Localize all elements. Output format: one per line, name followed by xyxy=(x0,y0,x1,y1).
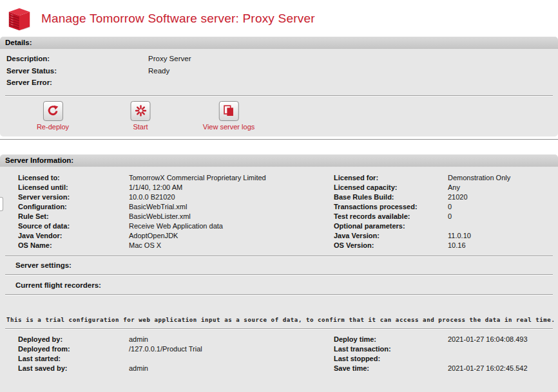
source-of-data-label: Source of data: xyxy=(18,221,129,231)
os-version-label: OS Version: xyxy=(334,241,448,250)
base-rules-build-label: Base Rules Build: xyxy=(334,192,448,202)
server-information-section: Server Information: Licensed to: Tomorro… xyxy=(0,154,558,392)
start-label[interactable]: Start xyxy=(131,123,151,131)
deployment-grid: Deployed by: admin Deploy time: 2021-01-… xyxy=(0,330,558,373)
start-button[interactable] xyxy=(131,101,151,121)
view-server-logs-icon xyxy=(223,105,235,117)
server-error-label: Server Error: xyxy=(6,78,148,90)
details-toolbar: Re-deploy xyxy=(0,97,558,136)
server-status-label: Server Status: xyxy=(6,66,148,79)
last-saved-by-value: admin xyxy=(129,364,334,373)
server-status-row: Server Status: Ready xyxy=(6,66,558,79)
licensed-capacity-label: Licensed capacity: xyxy=(334,183,448,192)
optional-parameters-label: Optional parameters: xyxy=(334,221,448,231)
server-info-grid: Licensed to: TomorrowX Commercial Propri… xyxy=(0,167,558,250)
server-error-value xyxy=(148,78,558,90)
server-information-header: Server Information: xyxy=(0,154,558,167)
licensed-to-value: TomorrowX Commercial Proprietary Limited xyxy=(129,173,334,183)
rule-set-value: BasicWebLister.xml xyxy=(129,212,334,221)
last-started-label: Last started: xyxy=(18,354,129,364)
redeploy-button[interactable] xyxy=(43,101,63,121)
server-stack-icon xyxy=(6,5,33,33)
java-version-label: Java Version: xyxy=(334,231,448,241)
configuration-value: BasicWebTrial.xml xyxy=(129,202,334,212)
last-stopped-label: Last stopped: xyxy=(334,354,448,364)
start-action[interactable]: Start xyxy=(131,101,151,131)
java-version-value: 11.0.10 xyxy=(448,231,558,241)
save-time-value: 2021-01-27 16:02:45.542 xyxy=(448,364,558,373)
server-settings-divider xyxy=(5,274,553,275)
server-version-value: 10.0.0 B21020 xyxy=(129,192,334,202)
view-server-logs-label[interactable]: View server logs xyxy=(203,123,255,131)
start-icon xyxy=(135,105,146,117)
transactions-processed-value: 0 xyxy=(448,202,558,212)
last-saved-by-label: Last saved by: xyxy=(18,364,129,373)
test-records-available-value: 0 xyxy=(448,212,558,221)
deployed-from-label: Deployed from: xyxy=(18,344,129,354)
licensed-for-value: Demonstration Only xyxy=(448,173,558,183)
save-time-label: Save time: xyxy=(334,364,448,373)
deployed-by-label: Deployed by: xyxy=(18,335,129,344)
java-vendor-label: Java Vendor: xyxy=(18,231,129,241)
details-rows: Description: Proxy Server Server Status:… xyxy=(0,49,558,90)
description-label: Description: xyxy=(6,54,148,66)
last-transaction-label: Last transaction: xyxy=(334,344,448,354)
redeploy-icon xyxy=(47,105,59,117)
deploy-time-label: Deploy time: xyxy=(334,335,448,344)
flight-recorders-heading: Current flight recorders: xyxy=(0,281,558,289)
server-version-label: Server version: xyxy=(18,192,129,202)
base-rules-build-value: 21020 xyxy=(448,192,558,202)
view-server-logs-button[interactable] xyxy=(219,101,239,121)
deploy-time-value: 2021-01-27 16:04:08.493 xyxy=(448,335,558,344)
transactions-processed-label: Transactions processed: xyxy=(334,202,448,212)
java-vendor-value: AdoptOpenJDK xyxy=(129,231,334,241)
server-status-value: Ready xyxy=(148,66,558,79)
test-records-available-label: Test records available: xyxy=(334,212,448,221)
server-settings-heading: Server settings: xyxy=(0,261,558,269)
os-name-label: OS Name: xyxy=(18,241,129,250)
configuration-note: This is a trial configuration for web ap… xyxy=(6,317,558,323)
licensed-for-label: Licensed for: xyxy=(334,173,448,183)
app-header: Manage Tomorrow Software server: Proxy S… xyxy=(0,0,558,37)
deployed-from-value: /127.0.0.1/Product Trial xyxy=(129,344,334,354)
description-value: Proxy Server xyxy=(148,54,558,66)
view-server-logs-action[interactable]: View server logs xyxy=(203,101,255,131)
description-row: Description: Proxy Server xyxy=(6,54,558,66)
licensed-until-value: 1/1/40, 12:00 AM xyxy=(129,183,334,192)
redeploy-label[interactable]: Re-deploy xyxy=(37,123,69,131)
os-name-value: Mac OS X xyxy=(129,241,334,250)
server-error-row: Server Error: xyxy=(6,78,558,90)
flight-recorders-divider xyxy=(5,294,553,295)
section-separator xyxy=(0,139,558,140)
os-version-value: 10.16 xyxy=(448,241,558,250)
source-of-data-value: Receive Web Application data xyxy=(129,221,334,231)
licensed-to-label: Licensed to: xyxy=(18,173,129,183)
licensed-until-label: Licensed until: xyxy=(18,183,129,192)
details-section-header: Details: xyxy=(0,37,558,49)
details-section: Details: Description: Proxy Server Serve… xyxy=(0,37,558,136)
page-title: Manage Tomorrow Software server: Proxy S… xyxy=(41,12,315,26)
info-divider xyxy=(5,256,553,257)
left-edge-handle[interactable] xyxy=(0,197,3,211)
redeploy-action[interactable]: Re-deploy xyxy=(37,101,69,131)
rule-set-label: Rule Set: xyxy=(18,212,129,221)
licensed-capacity-value: Any xyxy=(448,183,558,192)
deployed-by-value: admin xyxy=(129,335,334,344)
configuration-label: Configuration: xyxy=(18,202,129,212)
